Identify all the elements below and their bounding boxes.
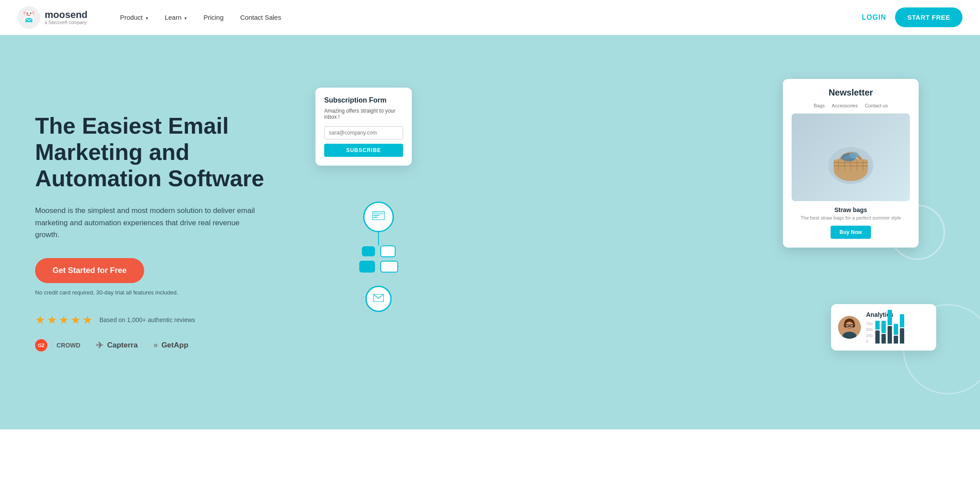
logo-name: moosend [45,10,88,20]
chart-y-labels: 750 500 250 0 [866,322,873,344]
flow-start-node [363,202,394,232]
subscription-subscribe-button[interactable]: SUBSCRIBE [324,144,403,157]
bar-dark-5 [900,328,904,344]
newsletter-product-name: Straw bags [792,206,910,213]
svg-point-6 [27,12,28,14]
analytics-content: Analytics 750 500 250 0 [866,311,929,344]
hero-section: The Easiest Email Marketing and Automati… [0,35,980,429]
bar-teal-1 [875,321,880,330]
logo[interactable]: moosend a Sitecore® company [18,6,96,29]
learn-arrow-icon: ▾ [184,16,187,21]
analytics-card: Analytics 750 500 250 0 [831,304,936,351]
newsletter-card: Newsletter Bags Accessories Contact us [783,79,919,248]
star-4: ★ [71,313,81,327]
rating-row: ★ ★ ★ ★ ★ Based on 1,000+ authentic revi… [35,313,298,327]
star-2: ★ [47,313,57,327]
flow-end-circle-wrap [365,281,392,312]
getapp-icon: » [153,340,158,350]
svg-point-23 [849,152,859,159]
svg-rect-25 [373,212,384,215]
chart-col-3 [888,310,892,344]
chart-col-4 [894,324,898,344]
chart-col-1 [875,321,880,344]
bar-dark-4 [894,336,898,344]
g2-divider [52,340,52,350]
bar-teal-3 [888,310,892,325]
capterra-icon: ✈ [96,340,103,351]
bar-dark-3 [888,326,892,344]
subscription-form-card: Subscription Form Amazing offers straigh… [315,88,412,166]
hero-description: Moosend is the simplest and most modern … [35,205,263,241]
star-5: ★ [82,313,92,327]
g2-badge: G2 CROWD [35,339,80,351]
newsletter-tab-contact[interactable]: Contact us [865,103,888,108]
svg-point-2 [25,10,33,18]
subscription-card-title: Subscription Form [324,96,403,104]
newsletter-title: Newsletter [792,88,910,98]
basket-svg [824,127,877,188]
hero-title: The Easiest Email Marketing and Automati… [35,113,298,191]
logo-sub: a Sitecore® company [45,20,88,25]
rating-text: Based on 1,000+ authentic reviews [99,316,195,323]
login-button[interactable]: LOGIN [862,14,886,21]
product-arrow-icon: ▾ [146,16,148,21]
nav-links: Product ▾ Learn ▾ Pricing Contact Sales [114,10,862,25]
newsletter-product-sub: The best straw bags for a perfect summer… [792,215,910,220]
analytics-avatar [838,316,861,339]
g2-icon: G2 [35,339,47,351]
cta-note: No credit card required, 30-day trial al… [35,289,298,296]
logo-icon [18,6,40,29]
getapp-label: GetApp [161,341,188,350]
g2-label: CROWD [57,342,80,349]
bar-dark-1 [875,330,880,344]
svg-point-9 [28,15,29,16]
automation-flow [359,202,398,312]
flow-node-2a [359,261,375,273]
svg-point-10 [29,15,30,16]
flow-node-no [380,245,396,257]
nav-actions: LOGIN START FREE [862,7,962,27]
newsletter-tabs: Bags Accessories Contact us [792,103,910,108]
svg-point-4 [23,11,26,14]
chart-col-5 [900,314,904,344]
capterra-label: Capterra [107,341,138,350]
flow-end-node [365,286,392,312]
chart-col-2 [881,321,886,344]
star-rating: ★ ★ ★ ★ ★ [35,313,92,327]
analytics-title: Analytics [866,311,929,318]
svg-point-8 [27,14,31,16]
hero-left: The Easiest Email Marketing and Automati… [35,113,298,351]
newsletter-buy-now-button[interactable]: Buy Now [831,226,870,239]
flow-envelope-icon [373,294,384,304]
newsletter-tab-bags[interactable]: Bags [814,103,825,108]
get-started-button[interactable]: Get Started for Free [35,258,144,283]
flow-node-2b [380,261,398,273]
start-free-button[interactable]: START FREE [895,7,962,27]
newsletter-tab-accessories[interactable]: Accessories [832,103,858,108]
nav-pricing[interactable]: Pricing [197,10,230,25]
subscription-email-input[interactable] [324,126,403,139]
flow-line-1 [378,232,379,245]
hero-right: Subscription Form Amazing offers straigh… [315,79,945,386]
getapp-badge: » GetApp [153,340,188,350]
flow-email-icon [372,211,385,223]
nav-learn[interactable]: Learn ▾ [159,10,193,25]
star-1: ★ [35,313,45,327]
star-3: ★ [59,313,69,327]
flow-branch-2 [359,261,398,273]
bar-dark-2 [881,334,886,344]
svg-point-7 [30,12,32,14]
flow-branch-1 [362,245,396,257]
bar-teal-4 [894,324,898,335]
subscription-card-desc: Amazing offers straight to your inbox ! [324,108,403,120]
capterra-badge: ✈ Capterra [96,340,138,351]
analytics-chart [875,322,904,344]
svg-point-5 [32,11,35,14]
navbar: moosend a Sitecore® company Product ▾ Le… [0,0,980,35]
badges-row: G2 CROWD ✈ Capterra » GetApp [35,339,298,351]
bar-teal-5 [900,314,904,327]
nav-contact-sales[interactable]: Contact Sales [234,10,287,25]
nav-product[interactable]: Product ▾ [114,10,154,25]
flow-node-yes [362,246,375,256]
bar-teal-2 [881,321,886,333]
